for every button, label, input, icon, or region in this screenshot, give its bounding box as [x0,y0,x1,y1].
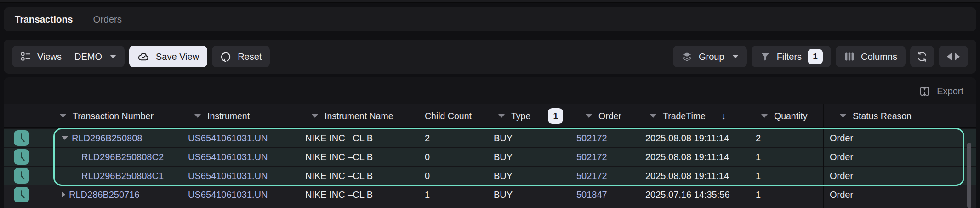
table-row[interactable]: RLD296B250808C2 US6541061031.UN NIKE INC… [4,148,976,166]
filters-button[interactable]: Filters 1 [752,46,831,67]
transaction-number-cell[interactable]: RLD296B250808 [40,129,182,147]
header-cell-order[interactable]: Order [570,104,639,127]
column-menu-icon[interactable] [60,114,66,118]
tab-orders[interactable]: Orders [93,14,122,25]
header-cell-transaction-number[interactable]: Transaction Number [40,104,182,127]
column-label: Status Reason [853,111,912,121]
column-label: TradeTime [663,111,706,121]
export-label: Export [937,86,963,97]
type-cell: BUY [487,167,570,185]
refresh-button[interactable] [910,46,934,67]
filter-funnel-icon [760,51,771,62]
transaction-number-cell[interactable]: RLD286B250716 [40,185,182,204]
instrument-name-cell: NIKE INC –CL B [299,167,418,185]
header-cell-quantity[interactable]: Quantity [749,104,823,127]
header-cell-status-reason[interactable]: Status Reason [823,104,974,127]
tradetime-cell: 2025.08.08 19:11:14 [639,129,749,147]
instrument-cell[interactable]: US6541061031.UN [182,185,299,204]
instrument-cell[interactable]: US6541061031.UN [182,167,299,185]
sort-descending-icon: ↓ [721,110,726,121]
header-cell-icon-column [4,104,40,127]
cloud-check-icon [137,51,150,63]
table-row[interactable]: RLD296B250808 US6541061031.UN NIKE INC –… [4,129,976,147]
transaction-number-cell[interactable]: RLD296B250808C2 [40,148,182,166]
filters-count-badge: 1 [808,49,823,64]
tab-bar: Transactions Orders [4,7,976,31]
table-row[interactable]: RLD296B250808C1 US6541061031.UN NIKE INC… [4,167,976,185]
transaction-number-cell[interactable]: RLD296B250808C1 [40,167,182,185]
pinned-column-divider [823,104,824,208]
tradetime-cell: 2025.08.08 19:11:14 [639,148,749,166]
column-menu-icon[interactable] [498,114,505,118]
order-cell[interactable]: 501847 [570,185,639,204]
header-cell-type[interactable]: Type 1 [487,104,570,127]
transaction-number-link[interactable]: RLD296B250808C1 [81,167,164,185]
row-type-cell [4,167,40,185]
pan-left-right-button[interactable] [939,46,968,67]
row-type-cell [4,148,40,166]
transaction-number-link[interactable]: RLD296B250808 [72,129,142,147]
column-menu-icon[interactable] [586,114,592,118]
collapse-row-icon[interactable] [62,136,68,140]
transaction-number-link[interactable]: RLD286B250716 [69,185,139,204]
group-dropdown-button[interactable]: Group [673,46,747,67]
vertical-scrollbar[interactable] [967,143,971,208]
column-label: Transaction Number [73,111,154,121]
header-cell-instrument-name[interactable]: Instrument Name [299,104,418,127]
order-cell[interactable]: 502172 [570,148,639,166]
instrument-name-cell: NIKE INC –CL B [299,185,418,204]
tradetime-cell: 2025.07.16 14:35:56 [639,185,749,204]
column-menu-icon[interactable] [312,114,318,118]
reset-button[interactable]: Reset [212,46,270,67]
instrument-cell[interactable]: US6541061031.UN [182,129,299,147]
type-cell: BUY [487,148,570,166]
save-view-button[interactable]: Save View [129,46,207,67]
instrument-name-cell: NIKE INC –CL B [299,148,418,166]
type-cell: BUY [487,129,570,147]
order-cell[interactable]: 502172 [570,129,639,147]
type-filter-count-badge: 1 [548,108,563,124]
row-type-cell [4,129,40,147]
reset-undo-icon [220,51,232,63]
status-reason-cell: Order [823,167,974,185]
layers-icon [681,51,693,63]
header-cell-child-count[interactable]: Child Count [418,104,487,127]
expand-row-icon[interactable] [62,191,65,198]
status-reason-cell: Order [823,148,974,166]
child-count-cell: 2 [418,129,487,147]
columns-button[interactable]: Columns [836,46,906,67]
tradetime-cell: 2025.08.08 19:11:14 [639,167,749,185]
column-menu-icon[interactable] [840,114,846,118]
export-button[interactable]: Export [918,83,963,99]
views-list-icon [20,51,31,62]
table-row[interactable]: RLD286B250716 US6541061031.UN NIKE INC –… [4,185,976,204]
tab-transactions[interactable]: Transactions [15,14,73,25]
views-separator [68,51,68,62]
transactions-screen: Transactions Orders Views DEMO [0,0,980,208]
column-label: Child Count [425,111,472,121]
status-reason-cell: Order [823,185,974,204]
column-menu-icon[interactable] [650,114,656,118]
transactions-grid: Export Transaction Number Instrument Ins… [4,77,976,208]
quantity-cell: 1 [749,167,823,185]
instrument-name-cell: NIKE INC –CL B [299,129,418,147]
views-current-value: DEMO [74,52,102,62]
quantity-cell: 2 [749,129,823,147]
header-cell-tradetime[interactable]: TradeTime ↓ [639,104,749,127]
column-menu-icon[interactable] [194,114,201,118]
order-cell[interactable]: 502172 [570,167,639,185]
clock-icon [14,187,29,202]
instrument-cell[interactable]: US6541061031.UN [182,148,299,166]
transaction-number-link[interactable]: RLD296B250808C2 [81,148,164,166]
views-dropdown-button[interactable]: Views DEMO [12,46,125,67]
table-row-partial[interactable] [4,204,976,208]
column-label: Quantity [774,111,808,121]
grid-header-row: Transaction Number Instrument Instrument… [4,104,976,128]
column-menu-icon[interactable] [761,114,768,118]
header-cell-instrument[interactable]: Instrument [182,104,299,127]
clock-icon [14,130,29,146]
group-label: Group [699,52,724,62]
top-edge-strip [0,0,980,3]
save-view-label: Save View [156,52,199,62]
status-reason-cell: Order [823,129,974,147]
